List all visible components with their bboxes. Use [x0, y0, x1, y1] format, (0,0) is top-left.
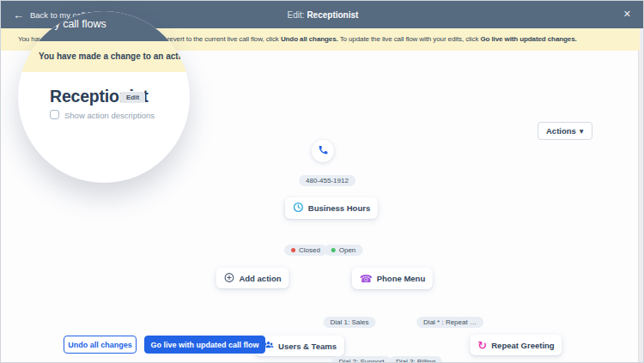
actions-label: Actions	[546, 126, 576, 136]
users-teams-node[interactable]: Users & Teams	[255, 336, 344, 356]
branch-label-open: Open	[325, 245, 363, 256]
open-label: Open	[339, 246, 356, 254]
incoming-call-node[interactable]	[312, 140, 334, 162]
branch-label-dial1: Dial 1: Sales	[324, 317, 376, 328]
magnified-alert-text: You have made a change to an active c	[39, 51, 190, 61]
scrollbar-gutter[interactable]	[638, 28, 643, 362]
go-live-button[interactable]: Go live with updated call flow	[144, 336, 265, 354]
repeat-greeting-node[interactable]: ↻ Repeat Greeting	[470, 335, 562, 355]
open-status-dot	[331, 248, 336, 252]
clock-icon	[293, 202, 304, 215]
magnified-banner: You have made a change to an active c	[18, 41, 190, 72]
closed-status-dot	[291, 248, 295, 252]
branch-label-dial2: Dial 2: Support	[332, 356, 392, 363]
show-descriptions-checkbox[interactable]	[50, 110, 59, 119]
back-arrow-icon: ←	[13, 9, 24, 21]
magnifier-bubble: my call flows You have made a change to …	[18, 11, 190, 183]
branch-label-dial3: Dial 3: Billing	[389, 356, 442, 363]
phone-number-label: 480-455-1912	[299, 175, 355, 186]
dial-star-label: Dial * : Repeat …	[423, 318, 477, 326]
repeat-icon: ↻	[477, 340, 487, 351]
phone-icon	[318, 143, 329, 159]
dial3-label: Dial 3: Billing	[396, 358, 435, 363]
show-descriptions-label: Show action descriptions	[64, 111, 155, 120]
branch-label-closed: Closed	[284, 245, 327, 256]
business-hours-label: Business Hours	[308, 203, 370, 213]
undo-all-changes-button[interactable]: Undo all changes	[64, 336, 137, 354]
chevron-down-icon: ▾	[580, 126, 584, 136]
actions-button[interactable]: Actions ▾	[538, 122, 592, 140]
banner-golive-ref: Go live with updated changes.	[480, 35, 576, 43]
branch-label-dial-star: Dial * : Repeat …	[416, 317, 483, 328]
call-flow-editor-window: Actions ▾ 480-455-1912 Business Hours Cl…	[0, 0, 644, 363]
close-icon[interactable]: ✕	[623, 9, 631, 20]
closed-label: Closed	[299, 246, 320, 254]
phone-menu-node[interactable]: ☎ Phone Menu	[352, 268, 433, 289]
dial1-label: Dial 1: Sales	[331, 318, 369, 326]
phone-menu-label: Phone Menu	[377, 274, 425, 283]
phone-menu-icon: ☎	[360, 274, 373, 284]
banner-undo-ref: Undo all changes.	[281, 35, 338, 43]
add-action-node[interactable]: Add action	[216, 268, 289, 288]
repeat-greeting-label: Repeat Greeting	[491, 341, 554, 350]
dial2-label: Dial 2: Support	[339, 358, 385, 363]
title-name: Receptionist	[307, 10, 358, 20]
users-teams-label: Users & Teams	[278, 342, 337, 351]
banner-mid: To update the live call flow with your e…	[338, 35, 481, 43]
add-action-label: Add action	[239, 274, 281, 283]
title-prefix: Edit:	[288, 10, 305, 20]
circle-plus-icon	[223, 272, 234, 285]
phone-number-text: 480-455-1912	[306, 177, 349, 185]
business-hours-node[interactable]: Business Hours	[285, 197, 378, 219]
edit-button[interactable]: Edit	[120, 92, 145, 103]
